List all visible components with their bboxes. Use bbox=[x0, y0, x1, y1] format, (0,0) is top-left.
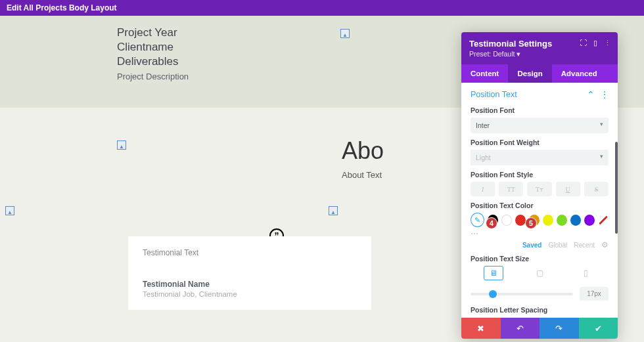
device-tablet-button[interactable]: ▢ bbox=[530, 266, 549, 280]
scrollbar[interactable] bbox=[615, 142, 618, 234]
placeholder-image-icon bbox=[117, 140, 126, 150]
more-swatches-icon[interactable]: ⋯ bbox=[471, 229, 609, 238]
color-label: Position Text Color bbox=[471, 202, 609, 209]
top-bar: Edit All Projects Body Layout bbox=[0, 0, 644, 16]
expand-icon[interactable]: ⛶ bbox=[580, 39, 587, 47]
tab-design[interactable]: Design bbox=[508, 64, 551, 83]
swatch-none[interactable] bbox=[598, 215, 609, 226]
tab-content[interactable]: Content bbox=[461, 64, 508, 83]
placeholder-image-icon bbox=[5, 206, 14, 215]
color-tab-global[interactable]: Global bbox=[548, 242, 567, 249]
smallcaps-button[interactable]: Tᴛ bbox=[527, 182, 551, 196]
section-title[interactable]: Position Text bbox=[471, 90, 517, 99]
swatch-lime[interactable] bbox=[557, 215, 567, 226]
section-more-icon[interactable]: ⋮ bbox=[600, 93, 609, 96]
letter-value[interactable]: 0px bbox=[580, 317, 609, 318]
uppercase-button[interactable]: TT bbox=[499, 182, 523, 196]
device-desktop-button[interactable]: 🖥 bbox=[484, 266, 503, 280]
gear-icon[interactable]: ⚙ bbox=[601, 240, 609, 249]
save-button[interactable]: ✔ bbox=[579, 318, 618, 339]
annotation-badge-5: 5 bbox=[525, 217, 537, 229]
font-select[interactable]: Inter▾ bbox=[471, 118, 609, 133]
about-heading: Abo bbox=[342, 137, 384, 165]
caret-icon: ▾ bbox=[600, 153, 603, 160]
more-icon[interactable]: ⋮ bbox=[604, 39, 611, 47]
settings-body: Position Text ⌃ ⋮ Position Font Inter▾ P… bbox=[461, 83, 618, 318]
testimonial-job: Testimonial Job, Clientname bbox=[143, 290, 357, 298]
redo-button[interactable]: ↷ bbox=[540, 318, 579, 339]
testimonial-text: Testimonial Text bbox=[143, 248, 357, 257]
eyedropper-button[interactable]: ✎ bbox=[471, 213, 484, 227]
tab-advanced[interactable]: Advanced bbox=[552, 64, 607, 83]
swatch-blue[interactable] bbox=[570, 215, 581, 226]
color-tab-recent[interactable]: Recent bbox=[574, 242, 595, 249]
swatch-purple[interactable] bbox=[584, 215, 595, 226]
color-tab-saved[interactable]: Saved bbox=[522, 242, 541, 249]
canvas: Project Year Clientname Deliverables Pro… bbox=[0, 16, 644, 342]
italic-button[interactable]: I bbox=[471, 182, 495, 196]
device-phone-button[interactable]: ▯ bbox=[576, 266, 595, 280]
settings-tabs: Content Design Advanced bbox=[461, 64, 618, 83]
columns-icon[interactable]: ▯ bbox=[593, 39, 597, 47]
swatch-white[interactable] bbox=[501, 215, 512, 226]
size-label: Position Text Size bbox=[471, 255, 609, 263]
caret-icon: ▾ bbox=[600, 121, 603, 127]
placeholder-image-icon bbox=[329, 206, 338, 215]
about-text: About Text bbox=[342, 170, 384, 180]
collapse-icon[interactable]: ⌃ bbox=[587, 89, 595, 100]
size-slider[interactable] bbox=[471, 293, 573, 295]
letter-label: Position Letter Spacing bbox=[471, 306, 609, 314]
size-value[interactable]: 17px bbox=[580, 287, 609, 301]
annotation-badge-4: 4 bbox=[486, 217, 497, 229]
strike-button[interactable]: S bbox=[584, 182, 609, 196]
cancel-button[interactable]: ✖ bbox=[461, 318, 501, 339]
style-label: Position Font Style bbox=[471, 171, 609, 179]
undo-button[interactable]: ↶ bbox=[501, 318, 540, 339]
weight-label: Position Font Weight bbox=[471, 139, 609, 146]
settings-preset[interactable]: Preset: Default ▾ bbox=[469, 50, 610, 58]
font-label: Position Font bbox=[471, 106, 609, 114]
swatch-yellow[interactable] bbox=[543, 215, 553, 226]
settings-header: Testimonial Settings Preset: Default ▾ ⛶… bbox=[461, 32, 618, 64]
underline-button[interactable]: U bbox=[556, 182, 580, 196]
testimonial-name: Testimonial Name bbox=[143, 280, 357, 289]
testimonial-box: Testimonial Text Testimonial Name Testim… bbox=[128, 236, 371, 310]
settings-panel: Testimonial Settings Preset: Default ▾ ⛶… bbox=[461, 32, 618, 339]
placeholder-image-icon bbox=[340, 29, 350, 38]
swatch-red[interactable] bbox=[515, 215, 526, 226]
about-block: Abo About Text bbox=[342, 137, 384, 180]
settings-footer: ✖ ↶ ↷ ✔ bbox=[461, 318, 618, 339]
weight-select[interactable]: Light▾ bbox=[471, 150, 609, 165]
